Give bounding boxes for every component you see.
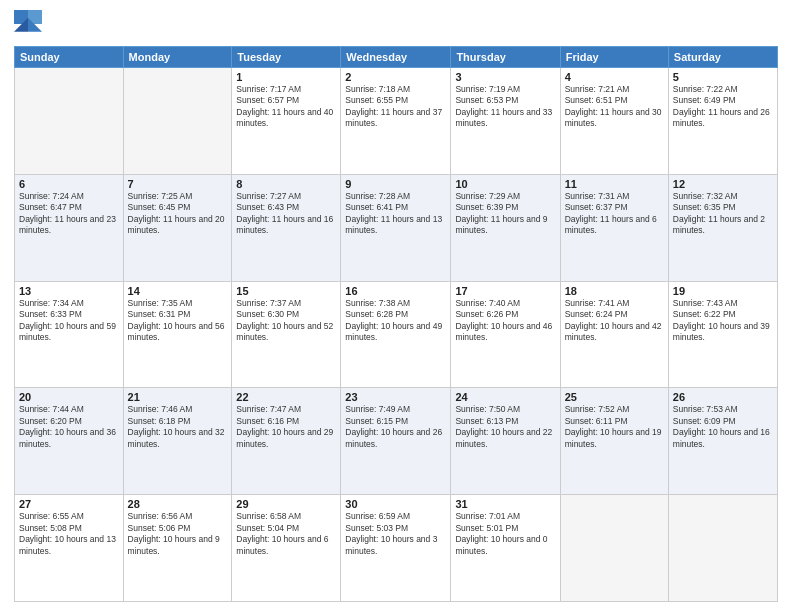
calendar-cell: 18Sunrise: 7:41 AMSunset: 6:24 PMDayligh…	[560, 281, 668, 388]
day-info: Sunrise: 7:25 AMSunset: 6:45 PMDaylight:…	[128, 191, 228, 237]
calendar-cell: 5Sunrise: 7:22 AMSunset: 6:49 PMDaylight…	[668, 68, 777, 175]
day-info: Sunrise: 7:43 AMSunset: 6:22 PMDaylight:…	[673, 298, 773, 344]
day-number: 27	[19, 498, 119, 510]
day-number: 16	[345, 285, 446, 297]
day-info: Sunrise: 7:50 AMSunset: 6:13 PMDaylight:…	[455, 404, 555, 450]
calendar-cell: 31Sunrise: 7:01 AMSunset: 5:01 PMDayligh…	[451, 495, 560, 602]
day-number: 21	[128, 391, 228, 403]
day-info: Sunrise: 7:01 AMSunset: 5:01 PMDaylight:…	[455, 511, 555, 557]
calendar-week-4: 20Sunrise: 7:44 AMSunset: 6:20 PMDayligh…	[15, 388, 778, 495]
col-header-saturday: Saturday	[668, 47, 777, 68]
day-info: Sunrise: 7:24 AMSunset: 6:47 PMDaylight:…	[19, 191, 119, 237]
day-info: Sunrise: 7:53 AMSunset: 6:09 PMDaylight:…	[673, 404, 773, 450]
calendar-cell: 16Sunrise: 7:38 AMSunset: 6:28 PMDayligh…	[341, 281, 451, 388]
day-number: 8	[236, 178, 336, 190]
day-number: 20	[19, 391, 119, 403]
day-info: Sunrise: 7:22 AMSunset: 6:49 PMDaylight:…	[673, 84, 773, 130]
day-info: Sunrise: 7:37 AMSunset: 6:30 PMDaylight:…	[236, 298, 336, 344]
day-number: 5	[673, 71, 773, 83]
day-info: Sunrise: 7:47 AMSunset: 6:16 PMDaylight:…	[236, 404, 336, 450]
day-number: 22	[236, 391, 336, 403]
day-info: Sunrise: 7:49 AMSunset: 6:15 PMDaylight:…	[345, 404, 446, 450]
calendar-cell: 17Sunrise: 7:40 AMSunset: 6:26 PMDayligh…	[451, 281, 560, 388]
col-header-monday: Monday	[123, 47, 232, 68]
calendar-cell: 15Sunrise: 7:37 AMSunset: 6:30 PMDayligh…	[232, 281, 341, 388]
calendar-cell: 30Sunrise: 6:59 AMSunset: 5:03 PMDayligh…	[341, 495, 451, 602]
calendar-cell: 27Sunrise: 6:55 AMSunset: 5:08 PMDayligh…	[15, 495, 124, 602]
calendar-cell	[15, 68, 124, 175]
calendar-week-5: 27Sunrise: 6:55 AMSunset: 5:08 PMDayligh…	[15, 495, 778, 602]
day-info: Sunrise: 7:40 AMSunset: 6:26 PMDaylight:…	[455, 298, 555, 344]
day-number: 9	[345, 178, 446, 190]
calendar-week-3: 13Sunrise: 7:34 AMSunset: 6:33 PMDayligh…	[15, 281, 778, 388]
calendar-cell: 19Sunrise: 7:43 AMSunset: 6:22 PMDayligh…	[668, 281, 777, 388]
day-info: Sunrise: 7:46 AMSunset: 6:18 PMDaylight:…	[128, 404, 228, 450]
day-number: 11	[565, 178, 664, 190]
calendar-cell: 13Sunrise: 7:34 AMSunset: 6:33 PMDayligh…	[15, 281, 124, 388]
page: SundayMondayTuesdayWednesdayThursdayFrid…	[0, 0, 792, 612]
day-number: 10	[455, 178, 555, 190]
calendar-header-row: SundayMondayTuesdayWednesdayThursdayFrid…	[15, 47, 778, 68]
day-number: 26	[673, 391, 773, 403]
day-number: 31	[455, 498, 555, 510]
calendar-cell	[123, 68, 232, 175]
calendar-cell: 1Sunrise: 7:17 AMSunset: 6:57 PMDaylight…	[232, 68, 341, 175]
day-number: 4	[565, 71, 664, 83]
day-info: Sunrise: 7:38 AMSunset: 6:28 PMDaylight:…	[345, 298, 446, 344]
day-info: Sunrise: 6:55 AMSunset: 5:08 PMDaylight:…	[19, 511, 119, 557]
calendar-cell: 8Sunrise: 7:27 AMSunset: 6:43 PMDaylight…	[232, 174, 341, 281]
day-info: Sunrise: 7:17 AMSunset: 6:57 PMDaylight:…	[236, 84, 336, 130]
calendar-cell: 2Sunrise: 7:18 AMSunset: 6:55 PMDaylight…	[341, 68, 451, 175]
day-info: Sunrise: 7:29 AMSunset: 6:39 PMDaylight:…	[455, 191, 555, 237]
day-number: 25	[565, 391, 664, 403]
calendar-cell: 7Sunrise: 7:25 AMSunset: 6:45 PMDaylight…	[123, 174, 232, 281]
calendar-cell: 9Sunrise: 7:28 AMSunset: 6:41 PMDaylight…	[341, 174, 451, 281]
col-header-thursday: Thursday	[451, 47, 560, 68]
calendar-cell: 12Sunrise: 7:32 AMSunset: 6:35 PMDayligh…	[668, 174, 777, 281]
day-number: 29	[236, 498, 336, 510]
calendar-cell	[560, 495, 668, 602]
day-info: Sunrise: 6:56 AMSunset: 5:06 PMDaylight:…	[128, 511, 228, 557]
col-header-friday: Friday	[560, 47, 668, 68]
calendar-cell: 24Sunrise: 7:50 AMSunset: 6:13 PMDayligh…	[451, 388, 560, 495]
day-info: Sunrise: 7:35 AMSunset: 6:31 PMDaylight:…	[128, 298, 228, 344]
day-number: 7	[128, 178, 228, 190]
col-header-wednesday: Wednesday	[341, 47, 451, 68]
day-number: 23	[345, 391, 446, 403]
day-number: 15	[236, 285, 336, 297]
header	[14, 10, 778, 38]
calendar-cell: 25Sunrise: 7:52 AMSunset: 6:11 PMDayligh…	[560, 388, 668, 495]
day-info: Sunrise: 7:52 AMSunset: 6:11 PMDaylight:…	[565, 404, 664, 450]
day-info: Sunrise: 6:58 AMSunset: 5:04 PMDaylight:…	[236, 511, 336, 557]
calendar: SundayMondayTuesdayWednesdayThursdayFrid…	[14, 46, 778, 602]
calendar-cell: 6Sunrise: 7:24 AMSunset: 6:47 PMDaylight…	[15, 174, 124, 281]
day-info: Sunrise: 6:59 AMSunset: 5:03 PMDaylight:…	[345, 511, 446, 557]
day-number: 30	[345, 498, 446, 510]
calendar-week-1: 1Sunrise: 7:17 AMSunset: 6:57 PMDaylight…	[15, 68, 778, 175]
day-info: Sunrise: 7:28 AMSunset: 6:41 PMDaylight:…	[345, 191, 446, 237]
calendar-cell: 28Sunrise: 6:56 AMSunset: 5:06 PMDayligh…	[123, 495, 232, 602]
logo	[14, 10, 44, 38]
calendar-cell: 21Sunrise: 7:46 AMSunset: 6:18 PMDayligh…	[123, 388, 232, 495]
day-number: 3	[455, 71, 555, 83]
calendar-cell: 23Sunrise: 7:49 AMSunset: 6:15 PMDayligh…	[341, 388, 451, 495]
day-number: 19	[673, 285, 773, 297]
day-info: Sunrise: 7:32 AMSunset: 6:35 PMDaylight:…	[673, 191, 773, 237]
day-info: Sunrise: 7:19 AMSunset: 6:53 PMDaylight:…	[455, 84, 555, 130]
calendar-cell	[668, 495, 777, 602]
calendar-cell: 3Sunrise: 7:19 AMSunset: 6:53 PMDaylight…	[451, 68, 560, 175]
calendar-cell: 29Sunrise: 6:58 AMSunset: 5:04 PMDayligh…	[232, 495, 341, 602]
calendar-cell: 26Sunrise: 7:53 AMSunset: 6:09 PMDayligh…	[668, 388, 777, 495]
col-header-sunday: Sunday	[15, 47, 124, 68]
day-info: Sunrise: 7:34 AMSunset: 6:33 PMDaylight:…	[19, 298, 119, 344]
day-number: 14	[128, 285, 228, 297]
col-header-tuesday: Tuesday	[232, 47, 341, 68]
day-number: 13	[19, 285, 119, 297]
day-number: 18	[565, 285, 664, 297]
calendar-cell: 14Sunrise: 7:35 AMSunset: 6:31 PMDayligh…	[123, 281, 232, 388]
calendar-cell: 4Sunrise: 7:21 AMSunset: 6:51 PMDaylight…	[560, 68, 668, 175]
calendar-cell: 10Sunrise: 7:29 AMSunset: 6:39 PMDayligh…	[451, 174, 560, 281]
day-number: 28	[128, 498, 228, 510]
day-number: 17	[455, 285, 555, 297]
day-info: Sunrise: 7:21 AMSunset: 6:51 PMDaylight:…	[565, 84, 664, 130]
